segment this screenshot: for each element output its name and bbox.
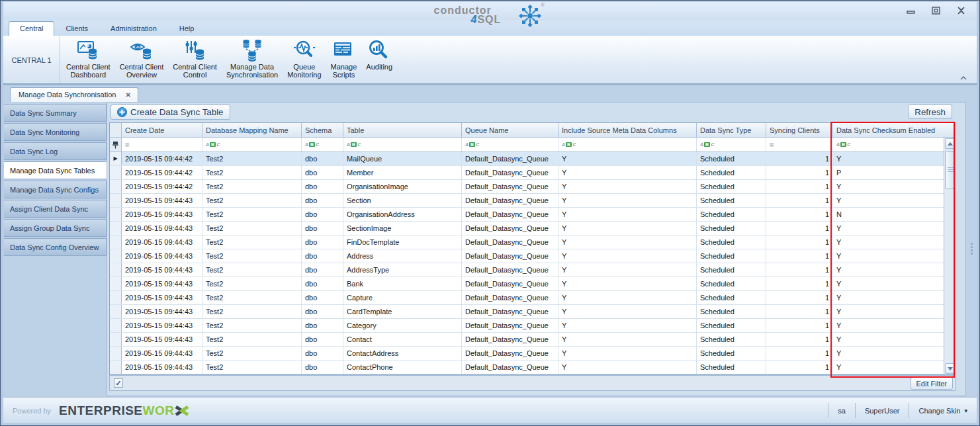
- cell-type[interactable]: Scheduled: [697, 263, 766, 277]
- cell-schema[interactable]: dbo: [302, 194, 343, 207]
- cell-meta[interactable]: Y: [558, 291, 697, 304]
- cell-table[interactable]: Section: [343, 194, 462, 207]
- cell-clients[interactable]: 1: [766, 194, 833, 207]
- cell-clients[interactable]: 1: [766, 361, 833, 374]
- menu-tab-administration[interactable]: Administration: [99, 21, 168, 36]
- table-row[interactable]: 2019-05-15 09:44:43Test2dboSectionDefaul…: [110, 194, 955, 208]
- pushpin-icon[interactable]: [110, 138, 122, 151]
- table-row[interactable]: ▶2019-05-15 09:44:42Test2dboMailQueueDef…: [110, 152, 955, 166]
- cell-type[interactable]: Scheduled: [697, 222, 766, 235]
- cell-type[interactable]: Scheduled: [697, 249, 766, 263]
- cell-table[interactable]: Bank: [343, 277, 462, 290]
- filter-cell-date[interactable]: =: [122, 138, 202, 151]
- cell-queue[interactable]: Default_Datasync_Queue: [462, 263, 558, 277]
- cell-checksum[interactable]: Y: [833, 222, 955, 235]
- cell-schema[interactable]: dbo: [302, 166, 343, 179]
- cell-date[interactable]: 2019-05-15 09:44:43: [122, 305, 202, 318]
- cell-table[interactable]: Category: [343, 319, 462, 332]
- cell-queue[interactable]: Default_Datasync_Queue: [462, 333, 558, 346]
- status-item-sa[interactable]: sa: [828, 403, 855, 417]
- column-header-create-date[interactable]: Create Date: [122, 123, 202, 137]
- cell-clients[interactable]: 1: [766, 180, 833, 193]
- cell-queue[interactable]: Default_Datasync_Queue: [462, 208, 558, 221]
- table-row[interactable]: 2019-05-15 09:44:43Test2dboOrganisationA…: [110, 208, 955, 222]
- cell-type[interactable]: Scheduled: [697, 152, 766, 165]
- cell-checksum[interactable]: Y: [833, 235, 955, 249]
- cell-checksum[interactable]: Y: [833, 249, 955, 263]
- scroll-down-icon[interactable]: [945, 363, 955, 374]
- cell-type[interactable]: Scheduled: [697, 291, 766, 304]
- cell-table[interactable]: Contact: [343, 333, 462, 346]
- sidebar-item-assign-client-data-sync[interactable]: Assign Client Data Sync: [4, 200, 107, 218]
- menu-tab-central[interactable]: Central: [9, 21, 54, 36]
- table-row[interactable]: 2019-05-15 09:44:43Test2dboAddressTypeDe…: [110, 263, 955, 277]
- cell-clients[interactable]: 1: [766, 305, 833, 318]
- cell-queue[interactable]: Default_Datasync_Queue: [462, 249, 558, 263]
- cell-table[interactable]: Capture: [343, 291, 462, 304]
- cell-mapping[interactable]: Test2: [202, 166, 302, 179]
- table-row[interactable]: 2019-05-15 09:44:43Test2dboSectionImageD…: [110, 222, 955, 235]
- cell-meta[interactable]: Y: [558, 166, 697, 179]
- cell-date[interactable]: 2019-05-15 09:44:43: [122, 361, 202, 374]
- cell-date[interactable]: 2019-05-15 09:44:43: [122, 235, 202, 249]
- table-row[interactable]: 2019-05-15 09:44:42Test2dboOrganisationI…: [110, 180, 955, 194]
- cell-meta[interactable]: Y: [558, 263, 697, 277]
- cell-queue[interactable]: Default_Datasync_Queue: [462, 166, 558, 179]
- ribbon-button-queue-monitoring[interactable]: QueueMonitoring: [283, 38, 326, 81]
- cell-date[interactable]: 2019-05-15 09:44:42: [122, 152, 202, 165]
- sidebar-item-data-sync-monitoring[interactable]: Data Sync Monitoring: [4, 123, 107, 141]
- cell-meta[interactable]: Y: [558, 194, 697, 207]
- table-row[interactable]: 2019-05-15 09:44:43Test2dboCardTemplateD…: [110, 305, 955, 319]
- cell-queue[interactable]: Default_Datasync_Queue: [462, 152, 558, 165]
- ribbon-button-central-client-control[interactable]: Central ClientControl: [168, 38, 222, 81]
- cell-table[interactable]: CardTemplate: [343, 305, 462, 318]
- vertical-scrollbar[interactable]: [944, 138, 955, 374]
- filter-cell-schema[interactable]: ABC: [302, 138, 343, 151]
- table-row[interactable]: 2019-05-15 09:44:43Test2dboCaptureDefaul…: [110, 291, 955, 305]
- cell-checksum[interactable]: Y: [833, 277, 955, 290]
- cell-queue[interactable]: Default_Datasync_Queue: [462, 277, 558, 290]
- cell-meta[interactable]: Y: [558, 249, 697, 263]
- cell-queue[interactable]: Default_Datasync_Queue: [462, 305, 558, 318]
- cell-table[interactable]: Member: [343, 166, 462, 179]
- cell-meta[interactable]: Y: [558, 235, 697, 249]
- table-row[interactable]: 2019-05-15 09:44:43Test2dboAddressDefaul…: [110, 249, 955, 263]
- cell-meta[interactable]: Y: [558, 319, 697, 332]
- cell-schema[interactable]: dbo: [302, 361, 343, 374]
- cell-meta[interactable]: Y: [558, 222, 697, 235]
- menu-tab-help[interactable]: Help: [168, 21, 206, 36]
- cell-schema[interactable]: dbo: [302, 319, 343, 332]
- column-header-include-source-meta-data-columns[interactable]: Include Source Meta Data Columns: [558, 123, 697, 137]
- cell-clients[interactable]: 1: [766, 222, 833, 235]
- cell-table[interactable]: OrganisationAddress: [343, 208, 462, 221]
- cell-date[interactable]: 2019-05-15 09:44:43: [122, 347, 202, 360]
- cell-type[interactable]: Scheduled: [697, 277, 766, 290]
- cell-mapping[interactable]: Test2: [202, 305, 302, 318]
- column-header-syncing-clients[interactable]: Syncing Clients: [766, 123, 833, 137]
- chevron-up-icon[interactable]: [959, 75, 967, 81]
- cell-checksum[interactable]: Y: [833, 152, 955, 165]
- cell-clients[interactable]: 1: [766, 333, 833, 346]
- panel-splitter[interactable]: [967, 103, 976, 396]
- cell-mapping[interactable]: Test2: [202, 333, 302, 346]
- cell-type[interactable]: Scheduled: [697, 166, 766, 179]
- cell-date[interactable]: 2019-05-15 09:44:42: [122, 166, 202, 179]
- cell-type[interactable]: Scheduled: [697, 208, 766, 221]
- filter-cell-checksum[interactable]: ABC: [833, 138, 955, 151]
- cell-checksum[interactable]: Y: [833, 347, 955, 360]
- table-row[interactable]: 2019-05-15 09:44:43Test2dboContactPhoneD…: [110, 361, 955, 374]
- cell-meta[interactable]: Y: [558, 208, 697, 221]
- cell-queue[interactable]: Default_Datasync_Queue: [462, 361, 558, 374]
- cell-schema[interactable]: dbo: [302, 222, 343, 235]
- cell-schema[interactable]: dbo: [302, 249, 343, 263]
- cell-schema[interactable]: dbo: [302, 235, 343, 249]
- menu-tab-clients[interactable]: Clients: [54, 21, 99, 36]
- refresh-button[interactable]: Refresh: [908, 105, 952, 119]
- maximize-icon[interactable]: [930, 6, 941, 15]
- cell-clients[interactable]: 1: [766, 277, 833, 290]
- cell-mapping[interactable]: Test2: [202, 263, 302, 277]
- cell-meta[interactable]: Y: [558, 347, 697, 360]
- cell-clients[interactable]: 1: [766, 291, 833, 304]
- cell-type[interactable]: Scheduled: [697, 319, 766, 332]
- cell-date[interactable]: 2019-05-15 09:44:43: [122, 263, 202, 277]
